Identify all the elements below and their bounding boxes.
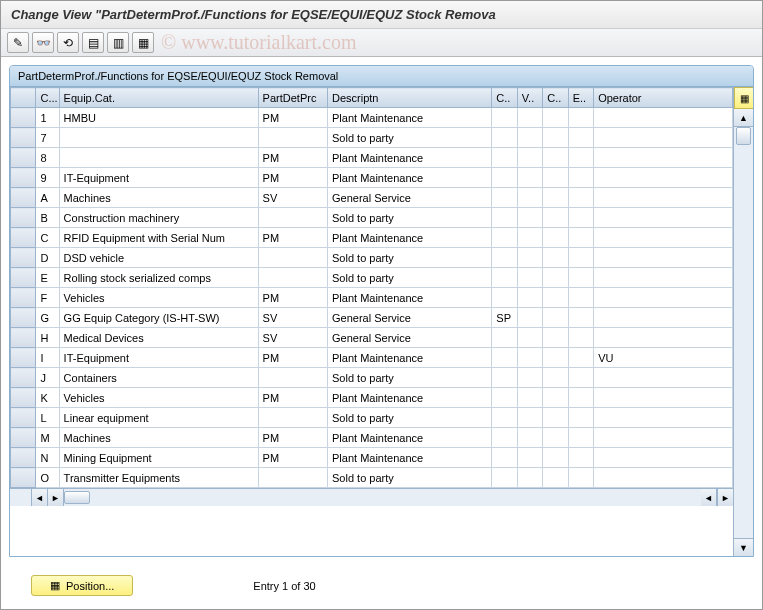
cell-pd[interactable] (258, 248, 327, 268)
cell-desc[interactable]: Sold to party (328, 208, 492, 228)
row-selector[interactable] (11, 288, 36, 308)
cell-equip[interactable]: GG Equip Category (IS-HT-SW) (59, 308, 258, 328)
cell-e[interactable] (568, 428, 593, 448)
cell-equip[interactable]: Machines (59, 188, 258, 208)
col-operator[interactable]: Operator (594, 88, 733, 108)
cell-v[interactable] (517, 288, 542, 308)
cell-equip[interactable]: Machines (59, 428, 258, 448)
cell-c[interactable]: I (36, 348, 59, 368)
col-e[interactable]: E.. (568, 88, 593, 108)
cell-pd[interactable]: PM (258, 348, 327, 368)
cell-e[interactable] (568, 368, 593, 388)
cell-desc[interactable]: Plant Maintenance (328, 168, 492, 188)
cell-desc[interactable]: General Service (328, 188, 492, 208)
cell-equip[interactable]: RFID Equipment with Serial Num (59, 228, 258, 248)
col-partdetprc[interactable]: PartDetPrc (258, 88, 327, 108)
scroll-left2-icon[interactable]: ◄ (701, 489, 717, 506)
table-row[interactable]: 1HMBUPMPlant Maintenance (11, 108, 733, 128)
cell-e[interactable] (568, 208, 593, 228)
cell-c1[interactable] (492, 408, 517, 428)
cell-c1[interactable] (492, 188, 517, 208)
col-c0[interactable]: C... (36, 88, 59, 108)
cell-c2[interactable] (543, 268, 568, 288)
cell-op[interactable] (594, 268, 733, 288)
cell-pd[interactable]: PM (258, 168, 327, 188)
cell-pd[interactable]: PM (258, 448, 327, 468)
cell-desc[interactable]: Plant Maintenance (328, 148, 492, 168)
cell-e[interactable] (568, 328, 593, 348)
cell-desc[interactable]: Sold to party (328, 248, 492, 268)
cell-c[interactable]: E (36, 268, 59, 288)
cell-c1[interactable] (492, 268, 517, 288)
col-c1[interactable]: C.. (492, 88, 517, 108)
cell-c1[interactable]: SP (492, 308, 517, 328)
table-row[interactable]: FVehiclesPMPlant Maintenance (11, 288, 733, 308)
table-row[interactable]: JContainersSold to party (11, 368, 733, 388)
cell-equip[interactable] (59, 128, 258, 148)
cell-pd[interactable] (258, 468, 327, 488)
cell-c[interactable]: 1 (36, 108, 59, 128)
cell-v[interactable] (517, 228, 542, 248)
cell-v[interactable] (517, 148, 542, 168)
cell-c[interactable]: M (36, 428, 59, 448)
table-row[interactable]: 9IT-EquipmentPMPlant Maintenance (11, 168, 733, 188)
cell-v[interactable] (517, 428, 542, 448)
cell-op[interactable] (594, 308, 733, 328)
cell-equip[interactable]: Rolling stock serialized comps (59, 268, 258, 288)
cell-op[interactable] (594, 408, 733, 428)
row-selector[interactable] (11, 148, 36, 168)
cell-c2[interactable] (543, 188, 568, 208)
cell-op[interactable] (594, 108, 733, 128)
cell-op[interactable] (594, 208, 733, 228)
pencil-icon[interactable]: ✎ (7, 32, 29, 53)
list-icon[interactable]: ▦ (132, 32, 154, 53)
scroll-left-icon[interactable]: ◄ (32, 489, 48, 506)
cell-c[interactable]: L (36, 408, 59, 428)
table-row[interactable]: IIT-EquipmentPMPlant MaintenanceVU (11, 348, 733, 368)
cell-v[interactable] (517, 388, 542, 408)
cell-c[interactable]: N (36, 448, 59, 468)
cell-pd[interactable]: SV (258, 328, 327, 348)
cell-desc[interactable]: Plant Maintenance (328, 448, 492, 468)
cell-c1[interactable] (492, 368, 517, 388)
horizontal-scrollbar[interactable]: ◄ ► ◄ ► (10, 488, 733, 506)
row-selector[interactable] (11, 468, 36, 488)
row-selector[interactable] (11, 328, 36, 348)
cell-desc[interactable]: Sold to party (328, 468, 492, 488)
cell-e[interactable] (568, 108, 593, 128)
cell-equip[interactable]: IT-Equipment (59, 168, 258, 188)
cell-c[interactable]: 8 (36, 148, 59, 168)
cell-v[interactable] (517, 208, 542, 228)
row-selector[interactable] (11, 428, 36, 448)
col-v[interactable]: V.. (517, 88, 542, 108)
cell-equip[interactable]: Linear equipment (59, 408, 258, 428)
cell-equip[interactable]: Transmitter Equipments (59, 468, 258, 488)
table-row[interactable]: 7Sold to party (11, 128, 733, 148)
row-selector[interactable] (11, 408, 36, 428)
row-selector[interactable] (11, 368, 36, 388)
cell-c2[interactable] (543, 248, 568, 268)
cell-c1[interactable] (492, 168, 517, 188)
cell-desc[interactable]: Plant Maintenance (328, 288, 492, 308)
hscroll-thumb[interactable] (64, 491, 90, 504)
cell-op[interactable] (594, 248, 733, 268)
cell-v[interactable] (517, 368, 542, 388)
cell-e[interactable] (568, 308, 593, 328)
cell-v[interactable] (517, 168, 542, 188)
cell-c1[interactable] (492, 468, 517, 488)
cell-c1[interactable] (492, 248, 517, 268)
cell-pd[interactable]: PM (258, 388, 327, 408)
table-settings-icon[interactable]: ▦ (734, 87, 753, 109)
cell-pd[interactable] (258, 128, 327, 148)
cell-op[interactable] (594, 168, 733, 188)
cell-equip[interactable]: Vehicles (59, 388, 258, 408)
cell-pd[interactable] (258, 208, 327, 228)
cell-desc[interactable]: General Service (328, 328, 492, 348)
cell-c[interactable]: C (36, 228, 59, 248)
table-row[interactable]: ERolling stock serialized compsSold to p… (11, 268, 733, 288)
cell-e[interactable] (568, 288, 593, 308)
undo-icon[interactable]: ⟲ (57, 32, 79, 53)
cell-pd[interactable]: PM (258, 288, 327, 308)
cell-desc[interactable]: Sold to party (328, 368, 492, 388)
cell-equip[interactable]: DSD vehicle (59, 248, 258, 268)
